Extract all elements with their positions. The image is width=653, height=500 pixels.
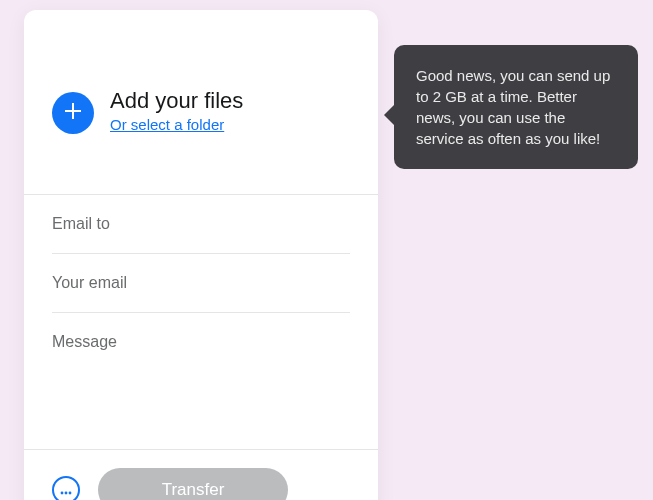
message-field	[52, 313, 350, 401]
add-files-heading: Add your files	[110, 88, 243, 114]
your-email-input[interactable]	[52, 274, 350, 292]
more-icon	[60, 481, 72, 499]
email-to-field	[52, 195, 350, 254]
select-folder-link[interactable]: Or select a folder	[110, 116, 224, 133]
form-fields	[24, 195, 378, 449]
info-tooltip: Good news, you can send up to 2 GB at a …	[394, 45, 638, 169]
add-files-button[interactable]	[52, 92, 94, 134]
upload-section: Add your files Or select a folder	[24, 10, 378, 194]
svg-point-0	[61, 492, 64, 495]
svg-point-2	[69, 492, 72, 495]
card-footer: Transfer	[24, 449, 378, 500]
more-options-button[interactable]	[52, 476, 80, 500]
transfer-card: Add your files Or select a folder Transf…	[24, 10, 378, 500]
email-to-input[interactable]	[52, 215, 350, 233]
your-email-field	[52, 254, 350, 313]
plus-icon	[65, 103, 81, 123]
transfer-button[interactable]: Transfer	[98, 468, 288, 500]
upload-text: Add your files Or select a folder	[110, 88, 243, 134]
tooltip-text: Good news, you can send up to 2 GB at a …	[416, 67, 610, 147]
svg-point-1	[65, 492, 68, 495]
message-input[interactable]	[52, 333, 350, 357]
